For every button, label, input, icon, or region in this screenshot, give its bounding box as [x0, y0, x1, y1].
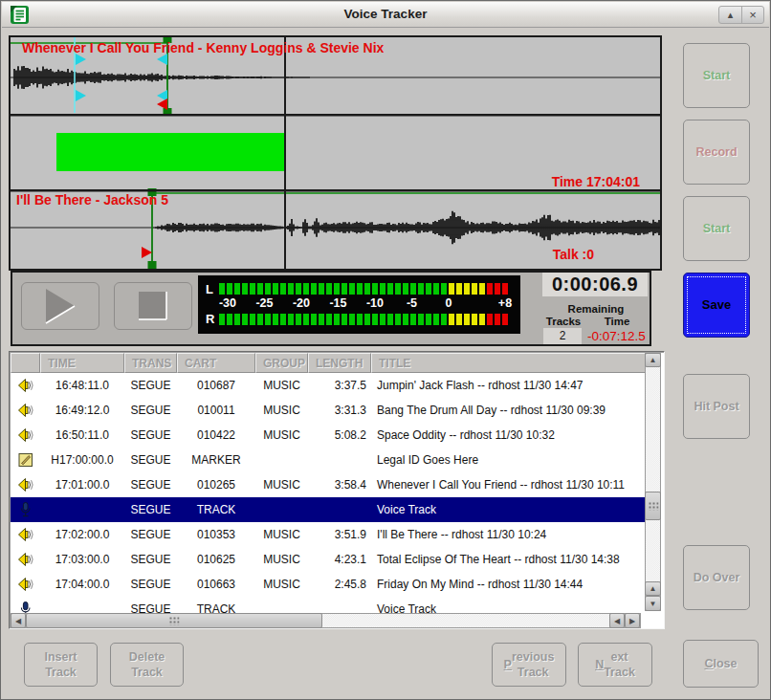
column-header-title[interactable]: TITLE [371, 353, 646, 373]
cell-trans: SEGUE [124, 553, 177, 566]
table-row-selected[interactable]: SEGUETRACKVoice Track [11, 497, 646, 522]
start-record-button[interactable]: Start [683, 43, 750, 108]
cell-length: 3:51.9 [308, 528, 371, 541]
table-row[interactable]: SEGUETRACKVoice Track [11, 597, 646, 614]
column-header-time[interactable]: TIME [40, 353, 124, 373]
vu-scale-label: -20 [293, 296, 310, 310]
stop-button[interactable] [114, 282, 192, 330]
close-button[interactable]: Close [683, 640, 759, 688]
vu-segment [219, 314, 225, 325]
vu-segment [387, 314, 393, 325]
audio-icon [11, 527, 40, 542]
shade-window-icon[interactable]: ▴ [719, 7, 741, 23]
vu-segment [449, 314, 454, 325]
insert-track-button[interactable]: InsertTrack [24, 643, 98, 687]
column-header-length[interactable]: LENGTH [308, 353, 371, 373]
column-header-trans[interactable]: TRANS [124, 353, 177, 373]
vu-segment [319, 283, 324, 295]
table-row[interactable]: 16:48:11.0SEGUE010687MUSIC3:37.5Jumpin' … [11, 373, 646, 398]
talk-overlay: Talk :0 [553, 247, 594, 262]
vu-segment [418, 283, 424, 295]
scroll-up-icon[interactable]: ▲ [645, 353, 661, 367]
do-over-button[interactable]: Do Over [683, 545, 750, 610]
audio-icon [11, 477, 40, 492]
scroll-up2-icon[interactable]: ▲ [645, 581, 661, 596]
start-next-button[interactable]: Start [683, 196, 750, 261]
previous-track-button[interactable]: PreviousTrack [492, 643, 566, 687]
cell-cart: 010011 [177, 404, 255, 417]
voice-tracker-window: Voice Tracker ▴ × [0, 0, 771, 700]
vu-segment [441, 283, 447, 295]
table-row[interactable]: 17:01:00.0SEGUE010265MUSIC3:58.4Whenever… [11, 472, 646, 497]
cell-title: Legal ID Goes Here [371, 453, 646, 467]
scroll-left2-icon[interactable]: ◀ [609, 613, 625, 628]
table-row[interactable]: 16:50:11.0SEGUE010422MUSIC5:08.2Space Od… [11, 423, 646, 448]
vu-scale-label: -5 [407, 296, 417, 310]
audio-icon [11, 403, 40, 418]
vu-segment [395, 283, 401, 295]
vu-segment [311, 314, 317, 325]
vu-segment [334, 314, 340, 325]
save-button[interactable]: Save [683, 273, 750, 338]
vu-segment [364, 314, 370, 325]
vu-segment [341, 283, 347, 295]
cell-length: 3:37.5 [308, 379, 371, 392]
table-row[interactable]: 17:02:00.0SEGUE010353MUSIC3:51.9I'll Be … [11, 522, 646, 547]
hit-post-button[interactable]: Hit Post [683, 374, 750, 439]
cell-trans: SEGUE [124, 503, 177, 516]
vertical-scrollbar[interactable]: ▲ ▲ ▼ [645, 353, 661, 611]
horizontal-scrollbar[interactable]: ◀ ◀ ▶ [11, 613, 641, 628]
audio-icon [11, 552, 40, 567]
record-button[interactable]: Record [683, 120, 750, 185]
next-track-button[interactable]: NextTrack [578, 643, 652, 687]
scroll-down-icon[interactable]: ▼ [645, 596, 661, 611]
play-button[interactable] [21, 282, 99, 330]
vu-scale-label: -10 [366, 296, 384, 310]
scroll-right-icon[interactable]: ▶ [625, 613, 640, 628]
audio-icon [11, 427, 40, 443]
table-row[interactable]: 16:49:12.0SEGUE010011MUSIC3:31.3Bang The… [11, 398, 646, 423]
vu-segment [441, 314, 447, 325]
vu-segment [495, 314, 500, 325]
cell-group: MUSIC [255, 428, 308, 442]
cell-trans: SEGUE [124, 428, 177, 442]
table-row[interactable]: 17:03:00.0SEGUE010625MUSIC4:23.1Total Ec… [11, 547, 646, 572]
cell-group: MUSIC [255, 478, 308, 492]
vu-segment [250, 314, 255, 325]
table-row[interactable]: H17:00:00.0SEGUEMARKERLegal ID Goes Here [11, 448, 646, 472]
cell-trans: SEGUE [124, 379, 177, 392]
vu-segment [288, 283, 294, 295]
cell-time: H17:00:00.0 [40, 453, 124, 467]
vu-segment [456, 283, 462, 295]
cell-time: 17:02:00.0 [40, 528, 124, 541]
vu-segment [403, 314, 408, 325]
vu-segment [349, 283, 355, 295]
column-header-cart[interactable]: CART [177, 353, 255, 373]
cell-cart: 010422 [177, 428, 255, 442]
vu-segment [296, 283, 301, 295]
column-header-icon[interactable] [11, 353, 40, 373]
marker-icon [11, 452, 40, 468]
vu-segment [334, 283, 340, 295]
remaining-time-value: -0:07:12.5 [587, 329, 651, 343]
vu-segment [464, 314, 470, 325]
vertical-scroll-thumb[interactable] [645, 492, 661, 520]
vu-segment [265, 283, 271, 295]
vu-segment [395, 314, 401, 325]
cell-cart: TRACK [177, 503, 255, 516]
cell-time: 17:03:00.0 [40, 553, 124, 566]
vu-scale-label: -15 [329, 296, 346, 310]
close-window-icon[interactable]: × [741, 7, 763, 23]
log-table: TIMETRANSCARTGROUPLENGTHTITLE 16:48:11.0… [9, 351, 665, 629]
horizontal-scroll-thumb[interactable] [26, 613, 322, 628]
vu-segment [487, 283, 493, 295]
delete-track-button[interactable]: DeleteTrack [110, 643, 184, 687]
cell-trans: SEGUE [124, 404, 177, 417]
scroll-left-icon[interactable]: ◀ [11, 613, 26, 628]
waveform-panel[interactable]: Whenever I Call You Friend - Kenny Loggi… [9, 35, 662, 271]
table-row[interactable]: 17:04:00.0SEGUE010663MUSIC2:45.8Friday O… [11, 572, 646, 597]
table-header: TIMETRANSCARTGROUPLENGTHTITLE [11, 353, 646, 373]
vu-segment [464, 283, 470, 295]
column-header-group[interactable]: GROUP [255, 353, 308, 373]
vu-segment [288, 314, 294, 325]
